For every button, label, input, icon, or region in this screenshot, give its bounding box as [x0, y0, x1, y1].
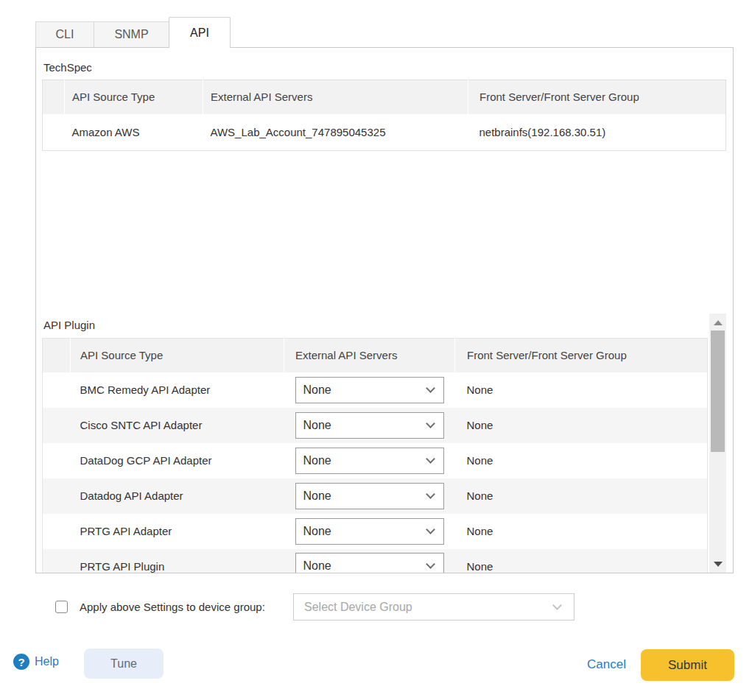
techspec-external-api-server-cell: AWS_Lab_Account_747895045325: [203, 114, 468, 151]
submit-button[interactable]: Submit: [641, 649, 734, 681]
techspec-header-row: API Source Type External API Servers Fro…: [43, 80, 726, 114]
plugin-col-front-server: Front Server/Front Server Group: [455, 339, 708, 372]
api-tab-panel: TechSpec API Source Type External API Se…: [35, 47, 734, 573]
techspec-table: API Source Type External API Servers Fro…: [42, 79, 726, 151]
apply-settings-row: Apply above Settings to device group: Se…: [0, 593, 752, 621]
plugin-front-server-cell: None: [455, 408, 708, 443]
plugin-col-external-api-servers: External API Servers: [284, 339, 455, 372]
device-group-select[interactable]: Select Device Group: [293, 593, 574, 621]
selected-value: None: [303, 419, 331, 432]
techspec-section-title: TechSpec: [43, 61, 92, 74]
api-plugin-table: API Source Type External API Servers Fro…: [42, 338, 708, 573]
plugin-api-source-type-cell: PRTG API Plugin: [71, 549, 284, 573]
cancel-link[interactable]: Cancel: [587, 648, 626, 680]
plugin-front-server-cell: None: [455, 372, 708, 408]
plugin-col-api-source-type: API Source Type: [71, 339, 284, 372]
chevron-down-icon: [426, 489, 435, 499]
plugin-row: Datadog API Adapter None None: [43, 478, 708, 514]
selected-value: None: [303, 559, 331, 573]
dialog-footer: ? Help Tune Cancel Submit: [0, 648, 752, 681]
techspec-col-external-api-servers: External API Servers: [203, 80, 468, 114]
help-label: Help: [35, 655, 59, 668]
apply-settings-checkbox[interactable]: [55, 601, 68, 613]
help-link[interactable]: ? Help: [13, 654, 59, 670]
plugin-front-server-cell: None: [455, 514, 708, 549]
plugin-row: PRTG API Adapter None None: [43, 514, 708, 549]
api-plugin-section-title: API Plugin: [43, 319, 95, 331]
tab-bar: CLI SNMP API: [35, 17, 230, 48]
scrollbar-up-arrow-icon[interactable]: [714, 320, 723, 325]
plugin-front-server-cell: None: [455, 549, 708, 573]
selected-value: None: [303, 489, 331, 503]
chevron-down-icon: [426, 454, 435, 464]
plugin-col-selector: [43, 339, 71, 372]
chevron-down-icon: [426, 525, 435, 534]
scrollbar-down-arrow-icon[interactable]: [714, 562, 723, 567]
api-plugin-header-row: API Source Type External API Servers Fro…: [43, 339, 708, 372]
apply-settings-label: Apply above Settings to device group:: [80, 593, 265, 621]
external-api-server-select[interactable]: None: [295, 412, 444, 439]
external-api-server-select[interactable]: None: [295, 377, 444, 403]
device-group-placeholder: Select Device Group: [304, 601, 412, 614]
techspec-col-selector: [43, 80, 65, 114]
plugin-row: Cisco SNTC API Adapter None None: [43, 408, 708, 443]
selected-value: None: [303, 383, 331, 397]
external-api-server-select[interactable]: None: [295, 518, 444, 545]
api-plugin-section: API Plugin API Source Type External API …: [36, 314, 733, 573]
techspec-col-front-server: Front Server/Front Server Group: [468, 80, 726, 114]
external-api-server-select[interactable]: None: [295, 553, 444, 573]
vertical-scrollbar[interactable]: [709, 314, 726, 573]
tab-snmp[interactable]: SNMP: [94, 21, 169, 47]
selected-value: None: [303, 454, 331, 467]
plugin-row: DataDog GCP API Adapter None None: [43, 443, 708, 478]
question-circle-icon: ?: [13, 654, 29, 670]
techspec-front-server-cell: netbrainfs(192.168.30.51): [468, 114, 726, 151]
external-api-server-select[interactable]: None: [295, 448, 444, 474]
chevron-down-icon: [552, 601, 562, 610]
external-api-server-select[interactable]: None: [295, 483, 444, 509]
tab-api[interactable]: API: [169, 17, 231, 48]
techspec-row[interactable]: Amazon AWS AWS_Lab_Account_747895045325 …: [43, 114, 726, 151]
plugin-api-source-type-cell: Cisco SNTC API Adapter: [71, 408, 284, 443]
plugin-api-source-type-cell: DataDog GCP API Adapter: [71, 443, 284, 478]
plugin-front-server-cell: None: [455, 478, 708, 514]
plugin-api-source-type-cell: PRTG API Adapter: [71, 514, 284, 549]
chevron-down-icon: [426, 383, 435, 393]
plugin-row: PRTG API Plugin None None: [43, 549, 708, 573]
techspec-api-source-type-cell: Amazon AWS: [65, 114, 203, 151]
tune-button[interactable]: Tune: [84, 648, 164, 679]
techspec-row-selector-cell: [43, 114, 65, 151]
plugin-row: BMC Remedy API Adapter None None: [43, 372, 708, 408]
chevron-down-icon: [426, 419, 435, 428]
plugin-api-source-type-cell: BMC Remedy API Adapter: [71, 372, 284, 408]
tab-cli[interactable]: CLI: [35, 21, 94, 47]
selected-value: None: [303, 525, 331, 538]
plugin-api-source-type-cell: Datadog API Adapter: [71, 478, 284, 514]
techspec-col-api-source-type: API Source Type: [65, 80, 203, 114]
plugin-front-server-cell: None: [455, 443, 708, 478]
scrollbar-thumb[interactable]: [711, 330, 725, 452]
chevron-down-icon: [426, 559, 435, 569]
